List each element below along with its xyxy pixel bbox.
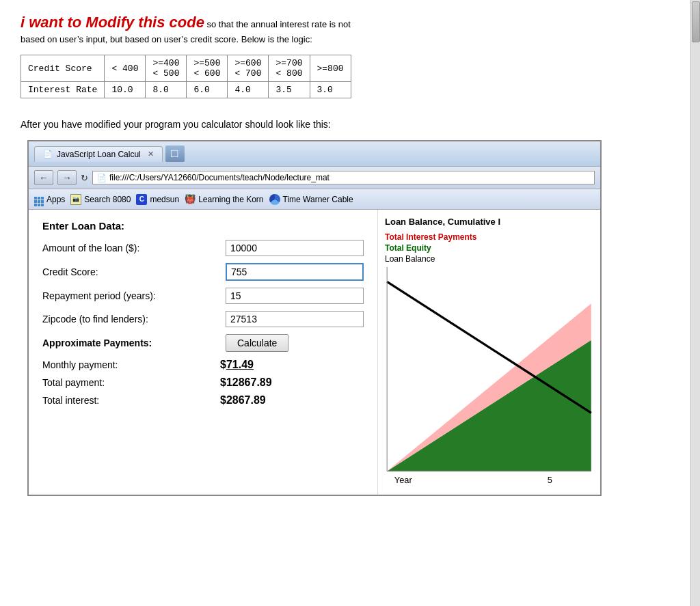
address-page-icon: 📄: [97, 174, 107, 182]
table-cell-rate-2: 8.0: [146, 82, 187, 98]
bookmark-medsun-label: medsun: [150, 195, 179, 204]
credit-score-input[interactable]: [226, 263, 364, 281]
main-content: i want to Modify this code so that the a…: [0, 0, 700, 606]
table-header-400-500: >=400< 500: [146, 55, 187, 82]
chart-title: Loan Balance, Cumulative I: [385, 217, 593, 227]
table-cell-rate-6: 3.0: [310, 82, 351, 98]
table-header-500-600: >=500< 600: [187, 55, 228, 82]
table-cell-rate-5: 3.5: [269, 82, 310, 98]
legend-balance-label: Loan Balance: [385, 254, 435, 264]
total-payment-row: Total payment: $12867.89: [42, 376, 364, 389]
browser-tab[interactable]: 📄 JavaScript Loan Calcul ✕: [34, 146, 163, 162]
after-text: After you have modified your program you…: [21, 119, 679, 130]
monthly-label: Monthly payment:: [42, 359, 220, 370]
tab-close-button[interactable]: ✕: [148, 150, 154, 159]
repayment-label: Repayment period (years):: [42, 290, 220, 301]
browser-content: Enter Loan Data: Amount of the loan ($):…: [29, 210, 600, 495]
apps-icon: [34, 192, 44, 206]
total-interest-label: Total interest:: [42, 395, 220, 406]
repayment-row: Repayment period (years):: [42, 288, 364, 304]
forward-button[interactable]: →: [57, 170, 77, 185]
calculate-button[interactable]: Calculate: [226, 334, 288, 352]
table-header-700-800: >=700< 800: [269, 55, 310, 82]
credit-score-row: Credit Score:: [42, 263, 364, 281]
heading-red: i want to Modify this code: [21, 14, 204, 31]
table-header-800: >=800: [310, 55, 351, 82]
intro-line2: based on user’s input, but based on user…: [21, 34, 679, 44]
bookmark-search8080[interactable]: 📷 Search 8080: [70, 194, 131, 205]
approx-label: Approximate Payments:: [42, 338, 220, 348]
total-interest-value: $2867.89: [220, 394, 266, 407]
approx-row: Approximate Payments: Calculate: [42, 334, 364, 352]
bookmarks-bar: Apps 📷 Search 8080 C medsun 👹 Learning t…: [29, 189, 600, 210]
svg-text:5: 5: [548, 475, 552, 485]
scrollbar-thumb[interactable]: [692, 1, 700, 42]
legend-equity-label: Total Equity: [385, 243, 431, 253]
zipcode-row: Zipcode (to find lenders):: [42, 311, 364, 327]
loan-form: Enter Loan Data: Amount of the loan ($):…: [29, 210, 377, 495]
browser-toolbar: ← → ↻ 📄 file:///C:/Users/YA12660/Documen…: [29, 167, 600, 189]
browser-window: 📄 JavaScript Loan Calcul ✕ ☐ ← → ↻ 📄 fil…: [27, 140, 602, 496]
amount-label: Amount of the loan ($):: [42, 243, 220, 253]
chart-svg: Year 5: [385, 267, 593, 486]
search8080-icon: 📷: [70, 194, 81, 205]
bookmark-tw-label: Time Warner Cable: [283, 195, 353, 204]
amount-input[interactable]: [226, 240, 364, 256]
total-interest-row: Total interest: $2867.89: [42, 394, 364, 407]
intro-heading: i want to Modify this code so that the a…: [21, 14, 679, 44]
table-header-600-700: >=600< 700: [228, 55, 269, 82]
legend-interest: Total Interest Payments: [385, 232, 593, 242]
table-header-score: Credit Score: [21, 55, 105, 82]
legend-balance: Loan Balance: [385, 254, 593, 264]
credit-score-table: Credit Score < 400 >=400< 500 >=500< 600…: [21, 55, 351, 98]
svg-text:Year: Year: [394, 475, 413, 485]
bookmark-medsun[interactable]: C medsun: [136, 194, 179, 205]
new-tab-button[interactable]: ☐: [165, 146, 185, 162]
repayment-input[interactable]: [226, 288, 364, 304]
table-cell-interest-label: Interest Rate: [21, 82, 105, 98]
bookmark-apps-label: Apps: [46, 195, 65, 204]
bookmark-apps[interactable]: Apps: [34, 192, 65, 206]
table-cell-rate-1: 10.0: [105, 82, 146, 98]
chart-area: Loan Balance, Cumulative I Total Interes…: [377, 210, 600, 495]
bookmark-tw[interactable]: Time Warner Cable: [269, 194, 353, 205]
bookmark-search8080-label: Search 8080: [84, 195, 131, 204]
loan-form-title: Enter Loan Data:: [42, 220, 364, 232]
tw-icon: [269, 194, 280, 205]
refresh-button[interactable]: ↻: [81, 173, 88, 183]
medsun-icon: C: [136, 194, 147, 205]
browser-titlebar: 📄 JavaScript Loan Calcul ✕ ☐: [29, 141, 600, 167]
address-text: file:///C:/Users/YA12660/Documents/teach…: [109, 173, 329, 182]
legend-interest-label: Total Interest Payments: [385, 232, 476, 242]
table-cell-rate-4: 4.0: [228, 82, 269, 98]
total-payment-value: $12867.89: [220, 376, 272, 389]
table-cell-rate-3: 6.0: [187, 82, 228, 98]
table-header-400: < 400: [105, 55, 146, 82]
tab-page-icon: 📄: [43, 150, 53, 159]
monthly-value: $71.49: [220, 359, 254, 371]
bookmark-korn[interactable]: 👹 Learning the Korn: [185, 194, 263, 204]
scrollbar[interactable]: [690, 0, 700, 606]
chart-legend: Total Interest Payments Total Equity Loa…: [385, 232, 593, 264]
monthly-row: Monthly payment: $71.49: [42, 359, 364, 371]
amount-row: Amount of the loan ($):: [42, 240, 364, 256]
tab-label: JavaScript Loan Calcul: [57, 150, 141, 159]
zipcode-label: Zipcode (to find lenders):: [42, 314, 220, 325]
legend-equity: Total Equity: [385, 243, 593, 253]
address-bar[interactable]: 📄 file:///C:/Users/YA12660/Documents/tea…: [92, 171, 595, 184]
korn-icon: 👹: [185, 194, 196, 204]
zipcode-input[interactable]: [226, 311, 364, 327]
heading-normal: so that the annual interest rate is not: [204, 19, 351, 29]
credit-score-label: Credit Score:: [42, 266, 220, 277]
bookmark-korn-label: Learning the Korn: [198, 195, 263, 204]
back-button[interactable]: ←: [34, 170, 53, 185]
total-payment-label: Total payment:: [42, 377, 220, 388]
